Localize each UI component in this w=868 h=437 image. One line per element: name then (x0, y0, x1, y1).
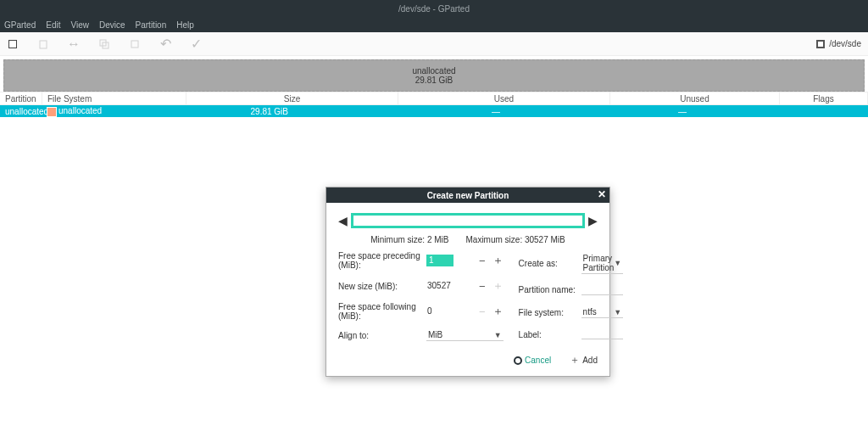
svg-rect-2 (40, 41, 47, 48)
device-selector[interactable]: /dev/sde (816, 39, 861, 48)
menu-view[interactable]: View (70, 20, 89, 30)
newsize-plus-icon[interactable]: ＋ (492, 278, 504, 294)
row-partition: unallocated (0, 107, 42, 116)
cancel-icon (514, 356, 522, 365)
col-unused: Unused (610, 92, 780, 104)
dialog-titlebar[interactable]: Create new Partition ✕ (326, 188, 609, 203)
align-dropdown[interactable]: MiB ▼ (426, 329, 504, 341)
disk-viz-size: 29.81 GiB (415, 76, 453, 85)
partition-table-header: Partition File System Size Used Unused F… (0, 92, 868, 105)
menu-partition[interactable]: Partition (136, 20, 167, 30)
device-selector-label: /dev/sde (829, 39, 861, 48)
row-size: 29.81 GiB (186, 107, 398, 116)
filesystem-dropdown[interactable]: ntfs ▼ (581, 306, 624, 318)
size-slider[interactable]: ◀ ▶ (338, 211, 598, 230)
svg-rect-1 (9, 41, 16, 48)
size-range: Minimum size: 2 MiB Maximum size: 30527 … (338, 235, 598, 244)
newsize-input[interactable]: 30527 (426, 280, 453, 292)
dialog-buttons: Cancel ＋ Add (338, 353, 598, 367)
following-label: Free space following (MiB): (338, 302, 421, 321)
add-button[interactable]: ＋ Add (570, 353, 598, 367)
chevron-down-icon: ▼ (614, 308, 621, 317)
menubar: GParted Edit View Device Partition Help (0, 17, 868, 32)
apply-icon[interactable]: ✓ (190, 38, 202, 50)
fs-swatch-icon (47, 108, 56, 116)
label-input[interactable] (581, 329, 624, 339)
menu-device[interactable]: Device (99, 20, 125, 30)
copy-icon[interactable] (98, 38, 110, 50)
following-input[interactable]: 0 (426, 305, 453, 317)
create-partition-dialog: Create new Partition ✕ ◀ ▶ Minimum size:… (326, 187, 610, 377)
chevron-down-icon: ▼ (494, 331, 502, 339)
filesystem-label: File system: (519, 308, 576, 317)
align-label: Align to: (338, 331, 421, 340)
min-size-label: Minimum size: 2 MiB (370, 235, 448, 244)
following-plus-icon[interactable]: ＋ (492, 304, 504, 319)
new-partition-icon[interactable] (7, 38, 19, 50)
window-titlebar: /dev/sde - GParted (0, 0, 868, 17)
newsize-minus-icon[interactable]: − (479, 280, 486, 293)
create-as-label: Create as: (519, 259, 576, 268)
col-filesystem: File System (42, 92, 186, 104)
paste-icon[interactable] (129, 38, 141, 50)
preceding-plus-icon[interactable]: ＋ (492, 253, 504, 268)
toolbar-left: ↔ ↶ ✓ (7, 38, 202, 50)
col-used: Used (398, 92, 610, 104)
row-fs: unallocated (42, 106, 186, 115)
disk-visualization[interactable]: unallocated 29.81 GiB (3, 59, 865, 92)
disk-viz-label: unallocated (412, 66, 455, 76)
plus-icon: ＋ (570, 353, 580, 367)
close-icon[interactable]: ✕ (598, 188, 606, 200)
menu-gparted[interactable]: GParted (4, 20, 36, 30)
device-icon (816, 40, 825, 48)
partition-name-input[interactable] (581, 285, 624, 295)
undo-icon[interactable]: ↶ (159, 38, 171, 50)
slider-right-icon[interactable]: ▶ (588, 214, 598, 227)
max-size-label: Maximum size: 30527 MiB (465, 235, 565, 244)
following-minus-icon[interactable]: − (479, 305, 486, 318)
menu-help[interactable]: Help (176, 20, 194, 30)
row-used: — (398, 107, 610, 116)
svg-rect-5 (131, 41, 138, 48)
toolbar: ↔ ↶ ✓ /dev/sde (0, 32, 868, 56)
label-label: Label: (519, 330, 576, 339)
cancel-button[interactable]: Cancel (514, 353, 551, 367)
col-partition: Partition (0, 92, 42, 104)
window-title: /dev/sde - GParted (398, 4, 470, 14)
slider-track[interactable] (351, 213, 585, 228)
row-unused: — (610, 107, 780, 116)
preceding-input[interactable]: 1 (426, 255, 453, 266)
resize-icon[interactable]: ↔ (68, 38, 80, 50)
preceding-label: Free space preceding (MiB): (338, 251, 421, 270)
delete-icon[interactable] (37, 38, 49, 50)
menu-edit[interactable]: Edit (46, 20, 60, 30)
preceding-minus-icon[interactable]: − (479, 255, 486, 267)
create-as-dropdown[interactable]: Primary Partition ▼ (581, 253, 624, 274)
col-flags: Flags (780, 92, 868, 104)
partition-name-label: Partition name: (519, 285, 576, 294)
newsize-label: New size (MiB): (338, 282, 421, 291)
partition-row[interactable]: unallocated unallocated 29.81 GiB — — (0, 105, 868, 117)
dialog-title-text: Create new Partition (427, 191, 509, 200)
col-size: Size (186, 92, 398, 104)
slider-left-icon[interactable]: ◀ (338, 214, 348, 227)
chevron-down-icon: ▼ (614, 259, 621, 267)
